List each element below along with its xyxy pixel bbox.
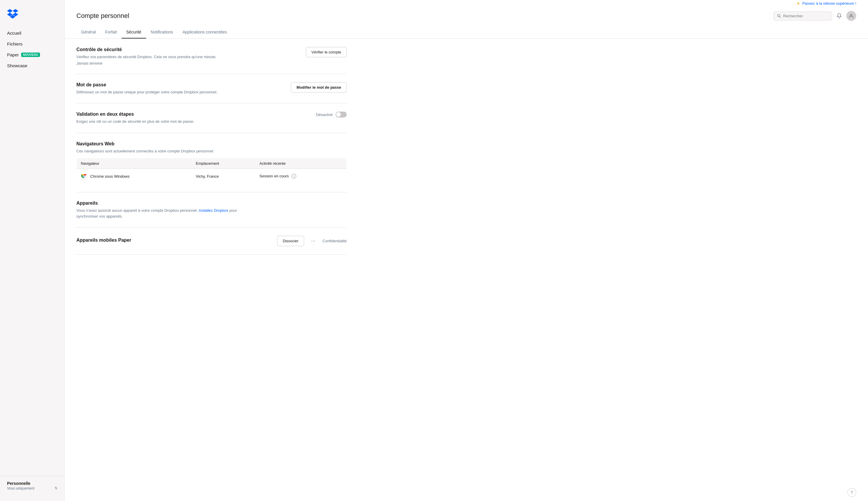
two-step-title: Validation en deux étapes xyxy=(76,111,253,117)
password-right: Modifier le mot de passe xyxy=(279,82,347,93)
password-section: Mot de passe Définissez un mot de passe … xyxy=(76,74,347,104)
dropbox-logo-icon xyxy=(7,9,18,19)
avatar-button[interactable] xyxy=(846,11,856,21)
upgrade-banner: ★ Passez à la vitesse supérieure ! xyxy=(65,0,868,6)
devices-title: Appareils xyxy=(76,201,253,206)
table-col-browser: Navigateur xyxy=(77,158,192,169)
help-icon: ? xyxy=(851,490,853,495)
mobile-devices-actions: Dissocier ··· Confidentialité xyxy=(277,236,347,246)
avatar-icon xyxy=(849,13,854,19)
sidebar-item-fichiers[interactable]: Fichiers xyxy=(2,39,62,49)
sidebar-item-label-showcase: Showcase xyxy=(7,63,27,68)
settings-tabs: Général Forfait Sécurité Notifications A… xyxy=(65,26,868,39)
sidebar-footer-subtitle: Vous uniquement xyxy=(7,486,34,490)
dots-icon: ··· xyxy=(311,238,316,244)
browser-cell: Chrome sous Windows xyxy=(81,173,187,179)
devices-section: Appareils Vous n'avez associé aucun appa… xyxy=(76,192,347,227)
mobile-devices-section: Appareils mobiles Paper Dissocier ··· Co… xyxy=(76,227,347,255)
tab-securite[interactable]: Sécurité xyxy=(122,26,146,39)
chrome-browser-icon xyxy=(81,173,87,179)
notifications-button[interactable] xyxy=(836,13,842,19)
sidebar-item-label-fichiers: Fichiers xyxy=(7,41,23,46)
header-actions xyxy=(773,11,856,21)
security-check-section: Contrôle de sécurité Vérifiez vos paramè… xyxy=(76,39,347,74)
table-cell-activity: Session en cours i xyxy=(255,169,346,184)
security-check-desc: Vérifiez vos paramètres de sécurité Drop… xyxy=(76,54,253,60)
toggle-knob xyxy=(336,112,341,117)
security-check-right: Vérifier le compte xyxy=(294,47,347,57)
change-password-button[interactable]: Modifier le mot de passe xyxy=(291,82,347,93)
sidebar-footer: Personnelle Vous uniquement ⇅ xyxy=(0,476,64,495)
table-cell-location: Vichy, France xyxy=(191,169,255,184)
confidentialite-link[interactable]: Confidentialité xyxy=(323,239,347,243)
password-title: Mot de passe xyxy=(76,82,253,87)
sidebar-item-label-accueil: Accueil xyxy=(7,31,21,35)
install-dropbox-link[interactable]: Installez Dropbox xyxy=(199,208,228,213)
browsers-table: Navigateur Emplacement Activité récente xyxy=(76,158,347,184)
browsers-title: Navigateurs Web xyxy=(76,141,347,147)
password-left: Mot de passe Définissez un mot de passe … xyxy=(76,82,253,95)
browsers-header: Navigateurs Web Ces navigateurs sont act… xyxy=(76,141,347,154)
search-input[interactable] xyxy=(783,14,828,18)
security-check-left: Contrôle de sécurité Vérifiez vos paramè… xyxy=(76,47,253,65)
devices-desc-plain: Vous n'avez associé aucun appareil à vot… xyxy=(76,208,198,213)
sidebar-item-label-paper: Paper xyxy=(7,52,19,57)
tab-applications[interactable]: Applications connectées xyxy=(178,26,231,39)
browser-name: Chrome sous Windows xyxy=(90,174,129,179)
tab-general[interactable]: Général xyxy=(76,26,101,39)
sidebar-nav: Accueil Fichiers Paper Nouveau Showcase xyxy=(0,28,64,476)
bottom-bar: ? xyxy=(836,484,868,501)
bell-icon xyxy=(836,13,842,19)
dissocier-button[interactable]: Dissocier xyxy=(277,236,304,246)
search-icon xyxy=(777,14,781,18)
two-step-desc: Exigez une clé ou un code de sécurité en… xyxy=(76,119,253,125)
two-step-toggle-wrapper: Désactivé xyxy=(316,111,347,117)
mobile-devices-left: Appareils mobiles Paper xyxy=(76,237,131,245)
sidebar-item-accueil[interactable]: Accueil xyxy=(2,28,62,38)
browsers-desc: Ces navigateurs sont actuellement connec… xyxy=(76,148,347,154)
table-row: Chrome sous Windows Vichy, France Sessio… xyxy=(77,169,347,184)
table-col-location: Emplacement xyxy=(191,158,255,169)
info-icon[interactable]: i xyxy=(292,174,296,179)
two-step-left: Validation en deux étapes Exigez une clé… xyxy=(76,111,253,125)
svg-point-5 xyxy=(83,175,85,177)
sidebar-footer-title: Personnelle xyxy=(7,481,57,486)
devices-desc: Vous n'avez associé aucun appareil à vot… xyxy=(76,207,253,219)
two-step-section: Validation en deux étapes Exigez une clé… xyxy=(76,103,347,133)
paper-badge-nouveau: Nouveau xyxy=(21,53,40,57)
two-step-right: Désactivé xyxy=(304,111,347,117)
verify-account-button[interactable]: Vérifier le compte xyxy=(306,47,347,57)
page-title: Compte personnel xyxy=(76,12,129,20)
tab-notifications[interactable]: Notifications xyxy=(146,26,178,39)
help-button[interactable]: ? xyxy=(847,488,856,497)
upgrade-link[interactable]: Passez à la vitesse supérieure ! xyxy=(802,1,856,6)
two-step-toggle[interactable] xyxy=(336,111,347,117)
tab-forfait[interactable]: Forfait xyxy=(101,26,122,39)
sidebar-footer-toggle-icon[interactable]: ⇅ xyxy=(55,486,57,490)
svg-line-1 xyxy=(780,17,781,17)
table-cell-browser: Chrome sous Windows xyxy=(77,169,192,184)
mobile-devices-title: Appareils mobiles Paper xyxy=(76,237,131,243)
sidebar-item-paper[interactable]: Paper Nouveau xyxy=(2,50,62,60)
security-check-title: Contrôle de sécurité xyxy=(76,47,253,52)
star-icon: ★ xyxy=(797,1,800,6)
page-header: Compte personnel xyxy=(65,6,868,25)
settings-content: Contrôle de sécurité Vérifiez vos paramè… xyxy=(65,39,358,266)
browsers-section: Navigateurs Web Ces navigateurs sont act… xyxy=(76,133,347,193)
table-col-activity: Activité récente xyxy=(255,158,346,169)
main-content: ★ Passez à la vitesse supérieure ! Compt… xyxy=(65,0,868,501)
password-desc: Définissez un mot de passe unique pour p… xyxy=(76,89,253,95)
sidebar: Accueil Fichiers Paper Nouveau Showcase … xyxy=(0,0,65,501)
two-step-toggle-label: Désactivé xyxy=(316,113,333,117)
sidebar-item-showcase[interactable]: Showcase xyxy=(2,61,62,71)
mobile-devices-row: Appareils mobiles Paper Dissocier ··· Co… xyxy=(76,236,347,246)
devices-left: Appareils Vous n'avez associé aucun appa… xyxy=(76,201,253,219)
sidebar-logo-area xyxy=(0,6,64,28)
svg-point-2 xyxy=(850,14,852,16)
search-bar[interactable] xyxy=(773,11,832,21)
more-options-button[interactable]: ··· xyxy=(309,237,318,245)
security-check-status: Jamais terminé xyxy=(76,61,253,65)
activity-text: Session en cours xyxy=(260,174,289,178)
